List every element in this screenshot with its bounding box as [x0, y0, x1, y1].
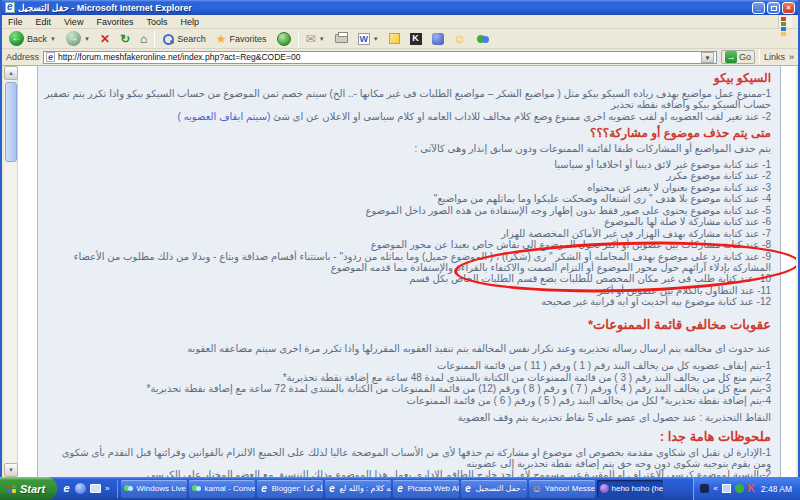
- kaspersky-addon-button[interactable]: K: [407, 32, 425, 46]
- taskbar-item-picasa[interactable]: e Picasa Web Albu...: [393, 480, 459, 498]
- section-heading-penalties: عقوبات مخالفى قائمة الممنوعات*: [44, 317, 771, 332]
- title-bar[interactable]: حفل التسجيل - Microsoft Internet Explore…: [2, 0, 798, 15]
- scroll-down-button[interactable]: ▼: [4, 463, 18, 477]
- taskbar-item-kamal-conversation[interactable]: kamal - Convers...: [189, 480, 255, 498]
- rule-line: 1-ممنوع عمل مواضيع بهدف زياده السيكو بيك…: [44, 88, 771, 110]
- taskbar-item-heho-hoho-active[interactable]: heho hoho (he_...: [597, 480, 663, 498]
- quicklaunch-ie-icon[interactable]: e: [62, 484, 71, 494]
- messenger-buddy-icon: [476, 33, 489, 45]
- messenger-status-icon[interactable]: [735, 484, 744, 493]
- quicklaunch-messenger-icon[interactable]: [75, 483, 86, 494]
- taskbar-item-registration-page[interactable]: e حفل التسجيل - ...: [461, 480, 527, 498]
- links-label[interactable]: Links: [764, 52, 785, 62]
- notes-addon-button[interactable]: [386, 32, 403, 45]
- list-item: 4-يتم إضافة نقطة تحذيرية* لكل من يخالف ا…: [44, 395, 771, 406]
- taskbar-item-yahoo-messenger[interactable]: ☺ Yahoo! Messeng...: [529, 480, 595, 498]
- ie-window: حفل التسجيل - Microsoft Internet Explore…: [0, 0, 800, 477]
- search-icon: [162, 33, 174, 45]
- url-dropdown-button[interactable]: ▼: [701, 52, 714, 63]
- windows-flag-icon: [6, 484, 17, 493]
- task-label: Picasa Web Albu...: [408, 484, 459, 493]
- taskbar-clock[interactable]: 2:48 AM: [761, 484, 792, 494]
- go-button[interactable]: → Go: [721, 50, 755, 64]
- start-label: Start: [20, 483, 45, 495]
- url-field[interactable]: e http://forum.meshfakeronline.net/index…: [43, 51, 717, 64]
- scroll-thumb[interactable]: [5, 82, 17, 162]
- taskbar-item-blogger[interactable]: e Blogger: كله كدا...: [257, 480, 323, 498]
- mail-button[interactable]: ✉ ▼: [303, 31, 328, 47]
- windows-logo: [778, 16, 792, 28]
- history-button[interactable]: [274, 31, 294, 47]
- window-controls: _ ×: [752, 2, 795, 14]
- task-label: kamal - Convers...: [205, 484, 255, 493]
- forward-dropdown-icon[interactable]: ▼: [84, 36, 90, 42]
- favorites-star-icon: ★: [216, 32, 227, 46]
- ie-favicon: e: [46, 52, 55, 62]
- rule-text: 2- عند تغير لقب العضويه او لقب عضويه اخر…: [273, 111, 771, 122]
- show-desktop-icon[interactable]: [90, 484, 101, 493]
- url-text[interactable]: http://forum.meshfakeronline.net/index.p…: [58, 52, 698, 62]
- menu-view[interactable]: View: [64, 17, 83, 27]
- logo-yellow-pane: [781, 32, 786, 36]
- tray-app-icon[interactable]: [700, 484, 709, 493]
- go-label: Go: [739, 52, 751, 62]
- section-heading-when-deleted: متى يتم حذف موضوع أو مشاركة؟؟؟: [44, 127, 771, 140]
- go-arrow-icon: →: [725, 51, 737, 63]
- refresh-button[interactable]: ↻: [117, 31, 133, 47]
- menu-file[interactable]: File: [8, 17, 23, 27]
- list-item: 4- عند كتابة موضوع بلا هدف " زى اشتغاله …: [44, 193, 771, 204]
- yahoo-messenger-button[interactable]: ☺: [451, 32, 469, 46]
- list-item: 9- عند كتابة رد على موضوع بهدف المجامله …: [44, 251, 771, 273]
- edit-with-word-button[interactable]: W ▼: [355, 32, 382, 46]
- display-icon[interactable]: [722, 484, 731, 493]
- menu-help[interactable]: Help: [180, 17, 199, 27]
- refresh-icon: ↻: [120, 32, 130, 46]
- list-item: 3-يتم منع كل من يخالف البند رقم ( 4 ) ور…: [44, 383, 771, 394]
- stop-button[interactable]: ✕: [97, 31, 113, 47]
- logo-blue-pane: [781, 27, 786, 31]
- section-heading-important-notes: ملحوظات هامة جدا :: [44, 429, 771, 444]
- favorites-button[interactable]: ★ Favorites: [213, 31, 270, 47]
- list-item-circled: 12- عند كتابة موضوع بيه أحديث او ايه قرا…: [44, 296, 771, 307]
- back-dropdown-icon[interactable]: ▼: [50, 36, 56, 42]
- start-button[interactable]: Start: [0, 477, 57, 500]
- minimize-button[interactable]: _: [752, 2, 765, 14]
- list-item: 3- عند كتابة موضوع بعنوان لا يعبر عن محت…: [44, 182, 771, 193]
- ie-icon: e: [260, 484, 269, 494]
- tray-collapse-chevron[interactable]: «: [713, 484, 717, 493]
- system-tray: « K 2:48 AM: [693, 477, 800, 500]
- menu-favorites[interactable]: Favorites: [96, 17, 133, 27]
- kaspersky-tray-icon[interactable]: K: [748, 484, 755, 493]
- scroll-up-button[interactable]: ▲: [4, 66, 18, 80]
- taskbar-item-windows-live[interactable]: Windows Live M...: [121, 480, 187, 498]
- list-item: 7- عند كتابة مشاركة بهدف الهزار فى غير ا…: [44, 228, 771, 239]
- list-item: 1-يتم إيقاف عضويه كل من يخالف البند رقم …: [44, 360, 771, 371]
- task-label: Blogger: كله كدا...: [272, 484, 323, 493]
- word-dropdown-icon[interactable]: ▼: [373, 36, 379, 42]
- taskbar-item-kolo-kalam[interactable]: e كله كلام : والله لع...: [325, 480, 391, 498]
- menu-edit[interactable]: Edit: [36, 17, 52, 27]
- mail-dropdown-icon[interactable]: ▼: [319, 36, 325, 42]
- address-bar: Address e http://forum.meshfakeronline.n…: [2, 49, 798, 66]
- forward-button[interactable]: → ▼: [63, 30, 93, 47]
- msn-messenger-button[interactable]: [473, 32, 492, 46]
- list-item-circled: 11- عند التطاول بالكلام بين عضوين أو أكث…: [44, 285, 771, 296]
- print-button[interactable]: [332, 33, 351, 44]
- addon-button[interactable]: [429, 32, 447, 46]
- close-button[interactable]: ×: [782, 2, 795, 14]
- menu-tools[interactable]: Tools: [146, 17, 167, 27]
- home-button[interactable]: ⌂: [137, 31, 150, 47]
- list-item: 10- عند كتابة طلب فى غير مكان المخصص للط…: [44, 273, 771, 284]
- links-chevron-icon[interactable]: »: [789, 52, 794, 62]
- search-button[interactable]: Search: [159, 32, 209, 46]
- address-separator: [759, 49, 760, 65]
- logo-red-pane: [781, 17, 786, 21]
- section-intro: يتم حذف المواضيع أو المشاركات طبقا لقائم…: [44, 143, 771, 154]
- back-button[interactable]: ← Back ▼: [6, 30, 59, 47]
- vertical-scrollbar[interactable]: ▲ ▼: [4, 66, 18, 477]
- toolbar-separator: [298, 31, 299, 47]
- rule-line: 2- عند تغير لقب العضويه او لقب عضويه اخر…: [44, 111, 771, 122]
- task-label: Windows Live M...: [137, 484, 187, 493]
- quicklaunch-overflow-chevron[interactable]: »: [105, 484, 109, 493]
- restore-button[interactable]: [767, 2, 780, 14]
